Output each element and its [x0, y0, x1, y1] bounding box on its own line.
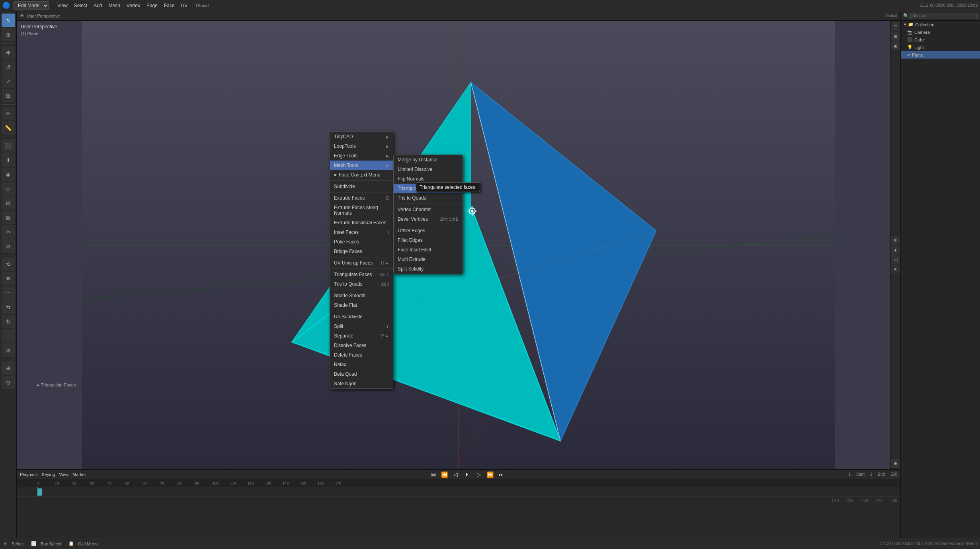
play-btn[interactable]: ⏵ — [464, 471, 470, 478]
menu-bridge-faces[interactable]: Bridge Faces — [330, 247, 393, 256]
menu-shade-smooth[interactable]: Shade Smooth — [330, 291, 393, 300]
push-pull-btn[interactable]: ⇅ — [2, 315, 15, 328]
scene-light-item[interactable]: 💡 Light — [901, 43, 980, 51]
sub-split-solidify[interactable]: Split Solidify — [394, 264, 463, 274]
mode-selector[interactable]: Edit Mode — [14, 1, 49, 10]
scale-tool-btn[interactable]: ⤢ — [2, 75, 15, 88]
bevel-btn[interactable]: ◇ — [2, 182, 15, 196]
scene-cube-item[interactable]: ⬛ Cube — [901, 36, 980, 43]
transform-global[interactable]: Global — [196, 3, 209, 8]
menu-uv[interactable]: UV — [179, 2, 190, 9]
menu-add[interactable]: Add — [91, 2, 104, 9]
menu-tris-to-quads[interactable]: Tris to Quads Alt J — [330, 279, 393, 289]
xray-btn[interactable]: ◉ — [891, 41, 900, 50]
measure-tool-btn[interactable]: 📏 — [2, 121, 15, 135]
menu-unsubdivide[interactable]: Un-Subdivide — [330, 312, 393, 322]
menu-view[interactable]: View — [55, 2, 70, 9]
menu-triangulate-faces[interactable]: Triangulate Faces Ctrl T — [330, 270, 393, 279]
scene-camera-item[interactable]: 📷 Camera — [901, 28, 980, 36]
randomize-btn[interactable]: ⋯ — [2, 286, 15, 300]
timeline-marker-label[interactable]: Marker — [72, 472, 86, 477]
overlay-btn[interactable]: ⊞ — [891, 32, 900, 41]
merge-btn[interactable]: ⊕ — [2, 361, 15, 375]
menu-shade-flat[interactable]: Shade Flat — [330, 300, 393, 310]
next-keyframe-btn[interactable]: ▷ — [477, 471, 481, 478]
transform-tool-btn[interactable]: ⊞ — [2, 89, 15, 102]
menu-poke-faces[interactable]: Poke Faces — [330, 237, 393, 247]
menu-edge-tools[interactable]: Edge Tools ▶ — [330, 151, 393, 161]
menu-inset-faces[interactable]: Inset Faces I — [330, 227, 393, 237]
top-view-btn[interactable]: ▲ — [891, 245, 900, 254]
sub-multi-extrude[interactable]: Multi Extrude — [394, 255, 463, 264]
menu-uv-unwrap[interactable]: UV Unwrap Faces U ► — [330, 258, 393, 268]
perspective-view-btn[interactable]: 👁 — [891, 236, 900, 245]
timeline-keying-label[interactable]: Keying — [42, 472, 55, 477]
menu-relax[interactable]: Relax — [330, 360, 393, 369]
menu-extrude-along-normals[interactable]: Extrude Faces Along Normals — [330, 203, 393, 218]
sub-limited-dissolve[interactable]: Limited Dissolve — [394, 165, 463, 174]
current-frame-indicator[interactable] — [37, 488, 42, 496]
timeline-playback-label[interactable]: Playback — [20, 472, 38, 477]
menu-beta-quad[interactable]: Beta Quad — [330, 369, 393, 379]
menu-mesh[interactable]: Mesh — [106, 2, 123, 9]
sub-fillet-edges[interactable]: Fillet Edges — [394, 235, 463, 245]
loop-cut-btn[interactable]: ⊟ — [2, 196, 15, 210]
prev-keyframe-btn[interactable]: ◁ — [453, 471, 458, 478]
offset-loop-btn[interactable]: ⊠ — [2, 211, 15, 224]
knife-btn[interactable]: ✂ — [2, 225, 15, 239]
menu-mesh-tools[interactable]: Mesh Tools ▶ — [330, 161, 393, 170]
rip-btn[interactable]: ⊙ — [2, 376, 15, 389]
sub-bevel-vertices[interactable]: Bevel Vertices Shift Ctrl B — [394, 214, 463, 224]
side-view-btn[interactable]: ◁ — [891, 255, 900, 264]
scene-search-input[interactable] — [910, 13, 978, 19]
sub-face-inset-fillet[interactable]: Face Inset Fillet — [394, 245, 463, 255]
menu-safe-ngon[interactable]: Safe Ngon — [330, 379, 393, 388]
jump-end-btn[interactable]: ⏭ — [498, 471, 504, 478]
extrude-btn[interactable]: ⬆ — [2, 153, 15, 167]
frame-end-field[interactable]: 250 — [890, 472, 897, 476]
select-tool-btn[interactable]: ↖ — [2, 14, 15, 27]
menu-select[interactable]: Select — [72, 2, 90, 9]
jump-start-btn[interactable]: ⏮ — [431, 471, 436, 478]
add-cube-btn[interactable]: ⬛ — [2, 139, 15, 153]
sub-tris-to-quads[interactable]: Tris to Quads — [394, 193, 463, 203]
filter-icon[interactable]: 🔍 — [903, 13, 909, 18]
scene-collection-item[interactable]: ▾ 📁 Collection — [901, 21, 980, 28]
menu-dissolve-faces[interactable]: Dissolve Faces — [330, 341, 393, 350]
front-view-btn[interactable]: ● — [891, 265, 900, 273]
menu-edge[interactable]: Edge — [144, 2, 160, 9]
menu-extrude-individual[interactable]: Extrude Individual Faces — [330, 218, 393, 227]
slide-btn[interactable]: ⇆ — [2, 300, 15, 314]
rotate-tool-btn[interactable]: ↺ — [2, 60, 15, 74]
timeline-track[interactable] — [17, 487, 900, 497]
view-navigation-btn[interactable]: ⊕ — [891, 459, 900, 468]
smooth-btn[interactable]: ≋ — [2, 272, 15, 285]
viewport-shading-btn[interactable]: ☰ — [891, 22, 900, 31]
menu-face-context-menu[interactable]: Face Context Menu — [330, 170, 393, 180]
sub-offset-edges[interactable]: Offset Edges — [394, 226, 463, 235]
menu-extrude-faces[interactable]: Extrude Faces E — [330, 193, 393, 203]
menu-delete-faces[interactable]: Delete Faces — [330, 350, 393, 360]
menu-separate[interactable]: Separate P ► — [330, 331, 393, 341]
menu-split[interactable]: Split Y — [330, 322, 393, 331]
menu-vertex[interactable]: Vertex — [124, 2, 143, 9]
menu-subdivide[interactable]: Subdivide — [330, 182, 393, 191]
shear-btn[interactable]: ⟋ — [2, 329, 15, 343]
timeline-view-label[interactable]: View — [59, 472, 68, 477]
menu-looptools[interactable]: LoopTools ▶ — [330, 141, 393, 151]
scene-plane-item[interactable]: ▱ Plane — [901, 51, 980, 59]
frame-current-field[interactable]: 1 — [870, 472, 873, 476]
prev-frame-btn[interactable]: ⏪ — [441, 471, 448, 478]
annotate-tool-btn[interactable]: ✏ — [2, 107, 15, 120]
cursor-tool-btn[interactable]: ⊕ — [2, 28, 15, 41]
shrink-btn[interactable]: ⊛ — [2, 343, 15, 357]
frame-start-field[interactable]: 1 — [848, 472, 851, 476]
menu-tinycad[interactable]: TinyCAD ▶ — [330, 132, 393, 141]
menu-face[interactable]: Face — [162, 2, 177, 9]
bisect-btn[interactable]: ⊘ — [2, 239, 15, 253]
inset-btn[interactable]: ◈ — [2, 168, 15, 181]
sub-merge-by-distance[interactable]: Merge by Distance — [394, 155, 463, 165]
spin-btn[interactable]: ⟲ — [2, 257, 15, 271]
next-frame-btn[interactable]: ⏩ — [487, 471, 494, 478]
move-tool-btn[interactable]: ✥ — [2, 46, 15, 59]
